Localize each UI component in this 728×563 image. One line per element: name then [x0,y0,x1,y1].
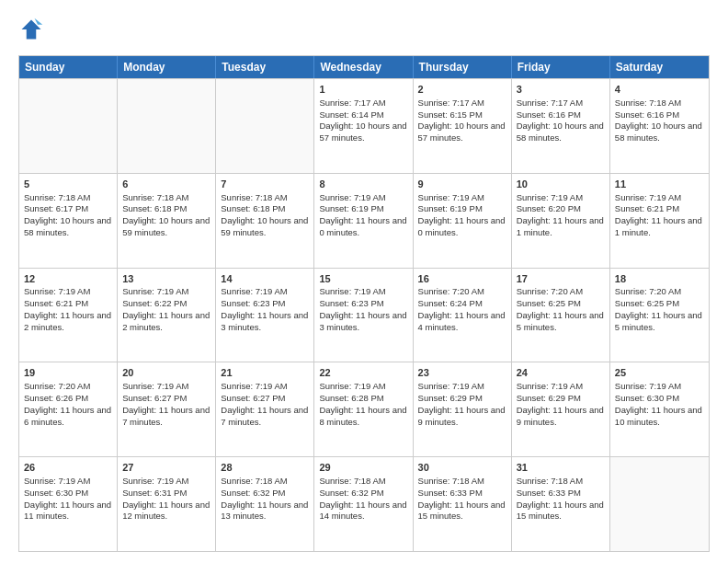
day-number: 8 [319,178,407,191]
calendar-cell: 18Sunrise: 7:20 AMSunset: 6:25 PMDayligh… [610,269,709,362]
day-info: Sunset: 6:33 PM [517,488,605,500]
day-number: 15 [319,272,407,286]
day-info: Sunrise: 7:17 AM [319,98,407,109]
day-info: Daylight: 10 hours and 58 minutes. [24,215,112,239]
calendar-cell: 12Sunrise: 7:19 AMSunset: 6:21 PMDayligh… [19,269,118,362]
day-info: Sunset: 6:21 PM [615,203,704,215]
calendar-cell: 14Sunrise: 7:19 AMSunset: 6:23 PMDayligh… [216,269,314,362]
day-number: 5 [24,178,112,191]
day-info: Sunrise: 7:19 AM [319,381,407,393]
day-info: Sunset: 6:20 PM [517,203,605,215]
day-number: 3 [517,83,605,97]
day-info: Daylight: 11 hours and 3 minutes. [319,310,407,334]
day-info: Sunset: 6:24 PM [418,298,506,310]
day-info: Sunset: 6:14 PM [319,109,407,121]
day-info: Daylight: 10 hours and 59 minutes. [221,215,309,239]
day-number: 4 [615,83,704,97]
calendar-cell: 15Sunrise: 7:19 AMSunset: 6:23 PMDayligh… [314,269,413,362]
day-number: 31 [517,461,605,475]
day-info: Sunrise: 7:20 AM [517,286,605,298]
day-info: Sunrise: 7:18 AM [221,192,309,204]
day-number: 23 [418,366,506,380]
day-info: Sunrise: 7:17 AM [418,98,506,109]
day-info: Sunset: 6:27 PM [122,393,210,405]
day-info: Daylight: 11 hours and 7 minutes. [122,405,210,429]
day-number: 13 [122,272,210,286]
day-info: Sunset: 6:15 PM [418,109,506,121]
day-number: 22 [319,366,407,380]
day-info: Daylight: 11 hours and 15 minutes. [418,500,506,523]
calendar-cell [19,79,118,173]
calendar-week-3: 12Sunrise: 7:19 AMSunset: 6:21 PMDayligh… [19,268,709,362]
day-info: Daylight: 10 hours and 57 minutes. [319,121,407,144]
day-info: Daylight: 11 hours and 8 minutes. [319,405,407,429]
day-info: Sunrise: 7:18 AM [517,476,605,488]
day-info: Sunset: 6:19 PM [319,203,407,215]
day-info: Sunset: 6:23 PM [319,298,407,310]
day-info: Sunset: 6:16 PM [517,109,605,121]
day-info: Sunset: 6:25 PM [615,298,704,310]
day-info: Sunrise: 7:19 AM [418,381,506,393]
day-info: Sunrise: 7:20 AM [24,381,112,393]
day-info: Sunrise: 7:19 AM [122,476,210,488]
calendar-cell: 25Sunrise: 7:19 AMSunset: 6:30 PMDayligh… [610,362,709,456]
day-number: 14 [221,272,309,286]
day-info: Daylight: 11 hours and 14 minutes. [319,500,407,523]
day-info: Sunrise: 7:18 AM [24,192,112,204]
day-info: Sunset: 6:29 PM [418,393,506,405]
day-number: 10 [517,178,605,191]
day-info: Sunrise: 7:18 AM [122,192,210,204]
day-info: Sunrise: 7:19 AM [517,192,605,204]
calendar-cell: 21Sunrise: 7:19 AMSunset: 6:27 PMDayligh… [216,362,314,456]
logo-icon [18,17,44,42]
day-info: Sunrise: 7:19 AM [24,286,112,298]
day-info: Sunrise: 7:20 AM [418,286,506,298]
day-info: Daylight: 11 hours and 15 minutes. [517,500,605,523]
day-info: Sunset: 6:31 PM [122,488,210,500]
day-number: 12 [24,272,112,286]
header [18,17,710,46]
day-number: 17 [517,272,605,286]
day-number: 6 [122,178,210,191]
day-number: 21 [221,366,309,380]
calendar-cell: 19Sunrise: 7:20 AMSunset: 6:26 PMDayligh… [19,362,118,456]
day-info: Sunset: 6:19 PM [418,203,506,215]
day-info: Sunset: 6:18 PM [122,203,210,215]
calendar-cell: 27Sunrise: 7:19 AMSunset: 6:31 PMDayligh… [118,457,216,551]
calendar-cell: 10Sunrise: 7:19 AMSunset: 6:20 PMDayligh… [512,174,610,268]
day-info: Sunset: 6:32 PM [221,488,309,500]
day-info: Daylight: 11 hours and 9 minutes. [418,405,506,429]
day-info: Daylight: 10 hours and 57 minutes. [418,121,506,144]
calendar-week-1: 1Sunrise: 7:17 AMSunset: 6:14 PMDaylight… [19,78,709,173]
day-number: 11 [615,178,704,191]
day-number: 29 [319,461,407,475]
day-info: Sunrise: 7:19 AM [122,286,210,298]
day-info: Daylight: 11 hours and 10 minutes. [615,405,704,429]
day-info: Sunrise: 7:19 AM [24,476,112,488]
day-number: 1 [319,83,407,97]
calendar-cell: 24Sunrise: 7:19 AMSunset: 6:29 PMDayligh… [512,362,610,456]
calendar-cell: 20Sunrise: 7:19 AMSunset: 6:27 PMDayligh… [118,362,216,456]
day-info: Sunrise: 7:19 AM [418,192,506,204]
day-info: Daylight: 11 hours and 0 minutes. [418,215,506,239]
day-info: Daylight: 11 hours and 2 minutes. [24,310,112,334]
calendar-cell: 13Sunrise: 7:19 AMSunset: 6:22 PMDayligh… [118,269,216,362]
calendar-cell: 29Sunrise: 7:18 AMSunset: 6:32 PMDayligh… [314,457,413,551]
logo [18,17,46,46]
day-info: Sunrise: 7:19 AM [319,286,407,298]
day-info: Sunrise: 7:19 AM [615,381,704,393]
calendar-cell: 2Sunrise: 7:17 AMSunset: 6:15 PMDaylight… [414,79,512,173]
calendar-cell: 31Sunrise: 7:18 AMSunset: 6:33 PMDayligh… [512,457,610,551]
calendar-cell [610,457,709,551]
calendar-cell: 3Sunrise: 7:17 AMSunset: 6:16 PMDaylight… [512,79,610,173]
day-number: 20 [122,366,210,380]
calendar-cell: 17Sunrise: 7:20 AMSunset: 6:25 PMDayligh… [512,269,610,362]
header-day-friday: Friday [512,56,610,78]
day-info: Sunrise: 7:19 AM [517,381,605,393]
day-info: Sunset: 6:27 PM [221,393,309,405]
calendar-cell: 6Sunrise: 7:18 AMSunset: 6:18 PMDaylight… [118,174,216,268]
day-number: 7 [221,178,309,191]
calendar-cell [216,79,314,173]
day-info: Sunrise: 7:19 AM [221,286,309,298]
header-day-monday: Monday [118,56,216,78]
